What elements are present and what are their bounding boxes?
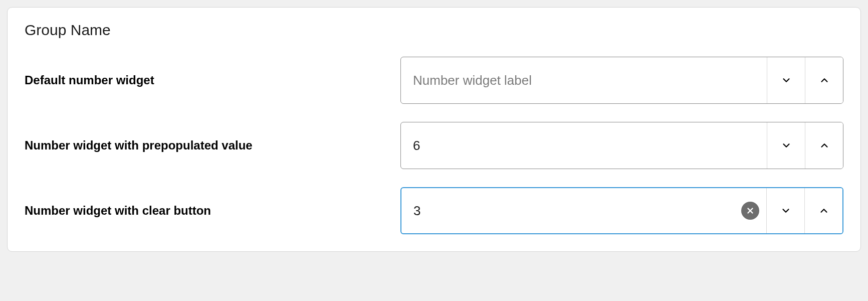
number-widget-clearable: [400, 187, 843, 234]
row-default-number-widget: Default number widget: [25, 57, 843, 104]
number-input-prepopulated[interactable]: [401, 122, 767, 169]
chevron-down-icon: [781, 75, 792, 86]
close-icon: [746, 206, 755, 215]
decrement-button[interactable]: [767, 57, 805, 103]
stepper-prepopulated: [767, 122, 843, 169]
chevron-down-icon: [781, 140, 792, 151]
increment-button[interactable]: [805, 57, 843, 103]
chevron-up-icon: [819, 140, 830, 151]
group-title: Group Name: [25, 22, 843, 39]
decrement-button[interactable]: [766, 188, 804, 233]
group-panel: Group Name Default number widget Numbe: [7, 7, 861, 252]
stepper-clearable: [766, 188, 842, 233]
number-input-default[interactable]: [401, 57, 767, 103]
chevron-up-icon: [819, 75, 830, 86]
row-clearable-number-widget: Number widget with clear button: [25, 187, 843, 234]
label-prepopulated-number-widget: Number widget with prepopulated value: [25, 138, 390, 153]
row-prepopulated-number-widget: Number widget with prepopulated value: [25, 122, 843, 169]
number-input-clearable[interactable]: [401, 188, 741, 233]
increment-button[interactable]: [805, 122, 843, 169]
increment-button[interactable]: [804, 188, 842, 233]
chevron-down-icon: [780, 205, 791, 216]
stepper-default: [767, 57, 843, 103]
number-widget-prepopulated: [400, 122, 843, 169]
clear-button[interactable]: [741, 202, 759, 220]
decrement-button[interactable]: [767, 122, 805, 169]
label-clearable-number-widget: Number widget with clear button: [25, 204, 390, 218]
chevron-up-icon: [818, 205, 829, 216]
number-widget-default: [400, 57, 843, 104]
label-default-number-widget: Default number widget: [25, 73, 390, 87]
